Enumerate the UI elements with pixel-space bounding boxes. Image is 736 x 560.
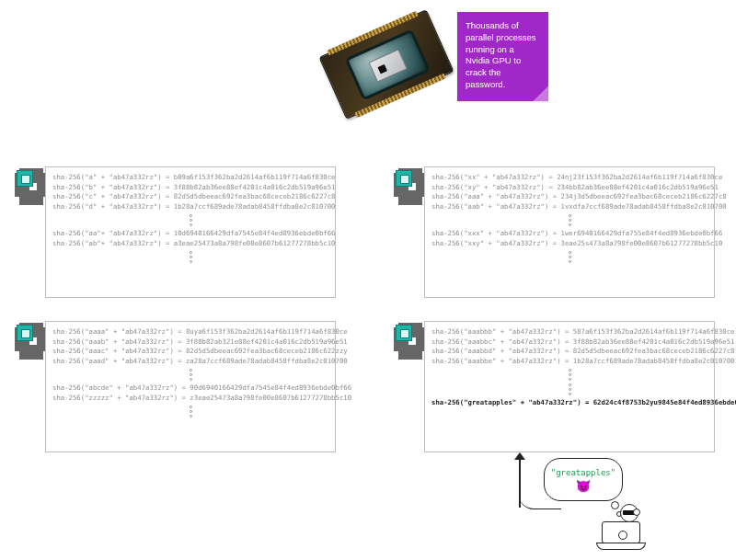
hash-line: sha-256("ab"+ "ab47a332rz") = a3eae25473… [52,239,328,249]
ellipsis-icon [52,406,328,417]
hacker-head-icon [620,504,638,522]
hash-line: sha-256("aaac" + "ab47a332rz") = 82d5d5d… [52,347,328,357]
gpu-pcb [318,9,454,120]
process-box-1: sha-256("a" + "ab47a332rz") = b09a6f153f… [45,166,336,298]
hash-line: sha-256("abcde" + "ab47a332rz") = 90d694… [52,383,328,394]
laptop-icon [602,521,640,543]
hash-line: sha-256("aaabbd" + "ab47a332rz") = 82d5d… [431,347,707,357]
hash-line: sha-256("aab" + "ab47a332rz") = 1vxdfa7c… [431,202,707,212]
devil-face-icon: 😈 [576,480,591,492]
hash-line: sha-256("xxy" + "ab47a332rz") = 3eae25s4… [431,239,707,249]
hash-line: sha-256("d" + "ab47a332rz") = 1b28a7ccf6… [52,202,328,212]
ellipsis-icon [52,251,328,263]
process-box-3: sha-256("aaaa" + "ab47a332rz") = 8uya6f1… [45,321,336,452]
ellipsis-icon [431,251,707,263]
hash-line: sha-256("aa"+ "ab47a332rz") = 10d6940166… [52,229,328,239]
hash-line: sha-256("aaab" + "ab47a332rz") = 3f88b82… [52,337,328,348]
hacker-illustration [583,501,657,552]
hash-match-line: sha-256("greatapples" + "ab47a332rz") = … [431,398,707,408]
hash-line: sha-256("a" + "ab47a332rz") = b09a6f153f… [52,173,328,183]
hash-line: sha-256("xx" + "ab47a332rz") = 24nj23f15… [431,173,707,183]
hash-line: sha-256("xy" + "ab47a332rz") = 234bb82ab… [431,183,707,193]
process-box-4: sha-256("aaabbb" + "ab47a332rz") = 587a6… [424,321,715,452]
hash-line: sha-256("aaabbe" + "ab47a332rz") = 1b28a… [431,357,707,367]
ellipsis-icon [52,214,328,226]
hash-line: sha-256("aaaa" + "ab47a332rz") = 8uya6f1… [52,327,328,337]
ellipsis-icon [431,383,707,395]
cpu-chip-icon [396,170,412,187]
hash-line: sha-256("aaabbb" + "ab47a332rz") = 587a6… [431,327,707,337]
ellipsis-icon [431,214,707,226]
ellipsis-icon [52,369,328,381]
hash-line: sha-256("aaa" + "ab47a332rz") = 234j3d5d… [431,192,707,202]
hash-line: sha-256("xxx" + "ab47a332rz") = 1wer6940… [431,229,707,239]
hash-line: sha-256("aaabbc" + "ab47a332rz") = 3f88b… [431,337,707,348]
process-box-2: sha-256("xx" + "ab47a332rz") = 24nj23f15… [424,166,715,298]
cracked-password-text: "greatapples" [551,468,615,477]
hash-line: sha-256("c" + "ab47a332rz") = 82d5d5dbee… [52,192,328,202]
hash-line: sha-256("b" + "ab47a332rz") = 3f88b82ab3… [52,183,328,193]
cpu-chip-icon [17,170,33,187]
thought-bubble: "greatapples" 😈 [544,458,623,501]
cpu-chip-icon [396,325,412,341]
gpu-device [329,7,443,121]
hash-line: sha-256("zzzzz" + "ab47a332rz") = z3eae2… [52,394,328,404]
laptop-base-icon [596,543,646,550]
hash-line: sha-256("aaad" + "ab47a332rz") = za28a7c… [52,357,328,367]
sticky-note: Thousands of parallel processes running … [457,12,548,101]
sticky-note-text: Thousands of parallel processes running … [466,20,536,89]
cpu-chip-icon [17,325,33,341]
arrow-icon [509,451,531,509]
ellipsis-icon [431,369,707,381]
